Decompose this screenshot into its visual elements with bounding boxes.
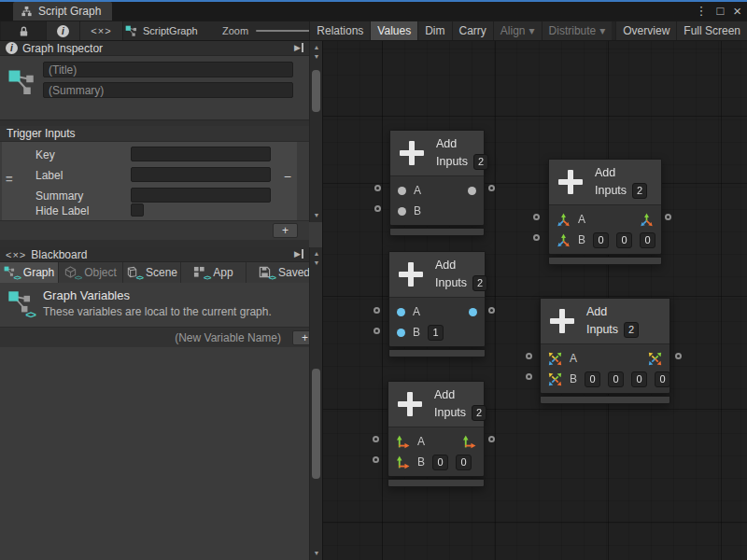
- vector3-port-icon[interactable]: [557, 213, 571, 227]
- external-port[interactable]: [374, 307, 380, 314]
- input-port-b[interactable]: [398, 207, 406, 216]
- scrollbar-thumb[interactable]: [312, 369, 320, 479]
- window-close-icon[interactable]: ×: [733, 2, 741, 21]
- node-header[interactable]: Add Inputs 2: [549, 160, 661, 205]
- external-port[interactable]: [488, 185, 495, 191]
- full-screen-button[interactable]: Full Screen: [676, 21, 747, 40]
- value-input-z[interactable]: 0: [640, 232, 655, 248]
- dock-panel-icon[interactable]: ▶: [294, 43, 303, 52]
- external-port[interactable]: [488, 307, 495, 314]
- tab-scene[interactable]: <> Scene: [123, 262, 181, 283]
- inspector-scrollbar[interactable]: ▲ ▼ ▼: [309, 41, 322, 222]
- node-footer: [548, 257, 662, 265]
- node-header[interactable]: Add Inputs 2: [389, 252, 485, 298]
- external-port[interactable]: [374, 205, 381, 212]
- value-input-y[interactable]: 0: [456, 455, 472, 470]
- input-count-field[interactable]: 2: [472, 405, 486, 421]
- info-button[interactable]: i: [47, 21, 80, 40]
- input-count-field[interactable]: 2: [632, 183, 647, 199]
- variables-icon: <×>: [6, 249, 26, 260]
- vector3-output-port-icon[interactable]: [640, 213, 654, 227]
- overview-button[interactable]: Overview: [615, 21, 676, 40]
- external-port[interactable]: [665, 214, 671, 220]
- value-input[interactable]: 1: [428, 325, 444, 341]
- external-port[interactable]: [533, 234, 540, 241]
- scroll-up-icon[interactable]: ▲: [310, 249, 323, 259]
- summary-input[interactable]: [131, 188, 271, 203]
- drag-handle-icon[interactable]: =: [6, 172, 13, 186]
- vector4-port-icon[interactable]: [548, 372, 562, 386]
- add-trigger-input-button[interactable]: +: [273, 223, 298, 238]
- value-input-x[interactable]: 0: [593, 232, 609, 248]
- remove-item-button[interactable]: −: [284, 170, 291, 183]
- vector2-port-icon[interactable]: [396, 435, 410, 449]
- add-inputs-node-float[interactable]: Add Inputs 2 A B 1: [388, 251, 486, 357]
- window-maximize-icon[interactable]: □: [716, 2, 724, 21]
- external-port[interactable]: [675, 353, 682, 359]
- value-input-x[interactable]: 0: [432, 455, 448, 470]
- scroll-down-icon[interactable]: ▼: [310, 52, 323, 62]
- tab-graph[interactable]: <> Graph: [0, 262, 59, 283]
- graph-breadcrumb[interactable]: ScriptGraph: [125, 21, 198, 40]
- value-input-w[interactable]: 0: [655, 371, 670, 387]
- relations-button[interactable]: Relations: [309, 21, 370, 40]
- tab-app[interactable]: <> App: [181, 262, 247, 283]
- external-port[interactable]: [526, 373, 532, 380]
- input-count-field[interactable]: 2: [473, 154, 488, 170]
- vector4-output-port-icon[interactable]: [648, 352, 662, 366]
- carry-button[interactable]: Carry: [452, 21, 493, 40]
- tab-script-graph[interactable]: Script Graph: [13, 2, 112, 21]
- external-port[interactable]: [373, 456, 379, 463]
- input-port-a[interactable]: [397, 308, 405, 316]
- value-input-y[interactable]: 0: [616, 232, 632, 248]
- external-port[interactable]: [526, 353, 532, 359]
- values-button[interactable]: Values: [370, 21, 417, 40]
- hide-label-checkbox[interactable]: [131, 203, 144, 217]
- graph-canvas[interactable]: Add Inputs 2 A B: [322, 41, 747, 560]
- scroll-down-icon[interactable]: ▼: [310, 259, 323, 268]
- graph-summary-input[interactable]: [43, 82, 293, 98]
- value-input-y[interactable]: 0: [608, 371, 624, 387]
- output-port-sum[interactable]: [468, 187, 476, 195]
- lock-button[interactable]: [0, 21, 47, 40]
- external-port[interactable]: [488, 436, 495, 442]
- label-input[interactable]: [131, 167, 271, 182]
- distribute-dropdown[interactable]: Distribute▾: [542, 21, 613, 40]
- tab-object[interactable]: <> Object: [59, 262, 123, 283]
- external-port[interactable]: [374, 185, 381, 191]
- external-port[interactable]: [533, 214, 540, 220]
- input-port-a[interactable]: [398, 187, 406, 195]
- add-inputs-node-vector3[interactable]: Add Inputs 2 A B 0 0: [548, 159, 662, 265]
- input-count-field[interactable]: 2: [624, 322, 639, 338]
- node-header[interactable]: Add Inputs 2: [541, 299, 669, 344]
- vector4-port-icon[interactable]: [548, 352, 562, 366]
- scroll-up-icon[interactable]: ▲: [310, 43, 323, 52]
- graph-title-input[interactable]: [43, 62, 293, 77]
- add-inputs-node-vector4[interactable]: Add Inputs 2 A B 0 0: [540, 298, 670, 404]
- external-port[interactable]: [374, 328, 380, 334]
- dim-button[interactable]: Dim: [417, 21, 451, 40]
- vector2-port-icon[interactable]: [396, 455, 410, 469]
- value-input-z[interactable]: 0: [631, 371, 647, 387]
- node-header[interactable]: Add Inputs 2: [390, 131, 484, 176]
- vector2-output-port-icon[interactable]: [462, 435, 476, 449]
- vector3-port-icon[interactable]: [557, 233, 571, 247]
- scrollbar-thumb[interactable]: [312, 70, 320, 112]
- external-port[interactable]: [373, 436, 379, 442]
- add-inputs-node-vector2[interactable]: Add Inputs 2 A B 0 0: [388, 381, 485, 487]
- node-header[interactable]: Add Inputs 2: [388, 382, 484, 427]
- scroll-down-icon[interactable]: ▼: [310, 211, 323, 220]
- output-port-sum[interactable]: [469, 308, 477, 316]
- scroll-down-icon[interactable]: ▼: [310, 549, 323, 558]
- dock-panel-icon[interactable]: ▶: [294, 249, 303, 259]
- key-input[interactable]: [131, 147, 271, 161]
- variables-button[interactable]: <×>: [80, 21, 123, 40]
- input-count-field[interactable]: 2: [472, 275, 487, 291]
- align-dropdown[interactable]: Align▾: [493, 21, 542, 40]
- add-inputs-node-generic[interactable]: Add Inputs 2 A B: [389, 130, 485, 236]
- value-input-x[interactable]: 0: [585, 371, 600, 387]
- window-menu-icon[interactable]: ⋮: [695, 2, 707, 21]
- blackboard-scrollbar[interactable]: ▲ ▼ ▼: [309, 247, 322, 560]
- new-variable-input[interactable]: (New Variable Name): [175, 331, 281, 344]
- input-port-b[interactable]: [397, 329, 405, 337]
